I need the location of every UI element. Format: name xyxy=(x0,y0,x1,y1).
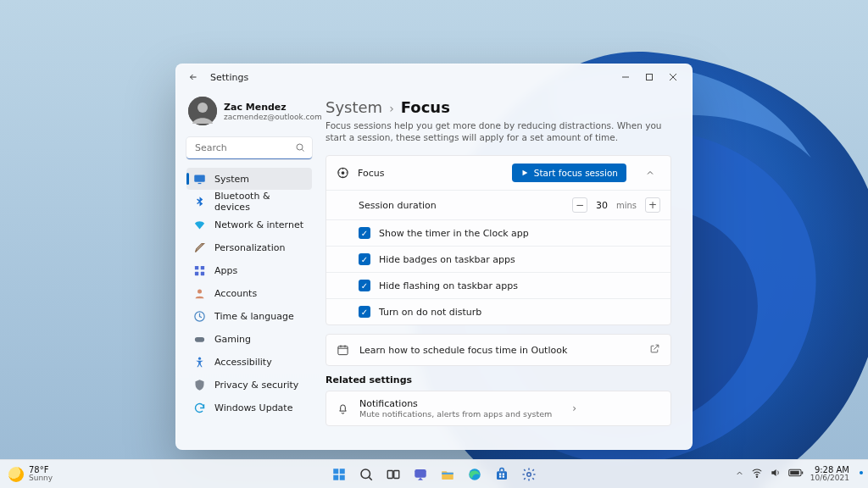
sidebar-item-gaming[interactable]: Gaming xyxy=(186,328,312,350)
task-view-button[interactable] xyxy=(381,463,405,486)
chevron-right-icon: › xyxy=(572,402,576,414)
outlook-link-label: Learn how to schedule focus time in Outl… xyxy=(359,345,567,356)
svg-rect-39 xyxy=(503,475,504,477)
search-input[interactable] xyxy=(186,137,312,159)
calendar-icon xyxy=(337,344,349,357)
taskbar-clock[interactable]: 9:28 AM 10/6/2021 xyxy=(810,466,849,483)
focus-icon xyxy=(337,167,349,180)
related-settings-heading: Related settings xyxy=(326,374,671,385)
start-focus-session-button[interactable]: Start focus session xyxy=(512,164,626,182)
chevron-right-icon: › xyxy=(389,102,394,115)
outlook-link-card[interactable]: Learn how to schedule focus time in Outl… xyxy=(326,334,671,366)
option-label: Turn on do not disturb xyxy=(379,307,481,318)
sidebar-item-accessibility[interactable]: Accessibility xyxy=(186,351,312,373)
window-minimize-button[interactable] xyxy=(614,68,637,86)
start-focus-session-label: Start focus session xyxy=(534,168,618,178)
svg-line-29 xyxy=(369,477,371,480)
svg-rect-1 xyxy=(647,75,653,80)
search-icon xyxy=(295,142,305,155)
weather-cond: Sunny xyxy=(29,474,53,482)
svg-rect-30 xyxy=(387,470,392,478)
sidebar-item-windows-update[interactable]: Windows Update xyxy=(186,396,312,419)
sidebar-item-system[interactable]: System xyxy=(186,168,312,190)
taskbar-app-store[interactable] xyxy=(490,463,514,486)
option-hide-flashing[interactable]: ✓ Hide flashing on taskbar apps xyxy=(326,272,670,298)
sidebar-item-label: Privacy & security xyxy=(214,380,298,391)
svg-rect-44 xyxy=(790,471,799,475)
titlebar: Settings xyxy=(176,64,692,90)
shield-icon xyxy=(193,379,206,391)
svg-point-41 xyxy=(756,476,757,477)
checkbox-checked-icon: ✓ xyxy=(359,227,370,239)
svg-rect-27 xyxy=(340,474,345,480)
option-label: Hide badges on taskbar apps xyxy=(379,254,515,265)
window-close-button[interactable] xyxy=(661,68,685,86)
sun-icon xyxy=(8,467,24,482)
svg-rect-12 xyxy=(195,271,198,274)
svg-rect-13 xyxy=(201,271,204,274)
duration-decrease-button[interactable]: − xyxy=(572,197,587,213)
option-hide-badges[interactable]: ✓ Hide badges on taskbar apps xyxy=(326,246,670,272)
focus-card: Focus Start focus session Session durati… xyxy=(326,155,671,325)
session-duration-row: Session duration − 30 mins + xyxy=(326,190,670,219)
notifications-card[interactable]: Notifications Mute notifications, alerts… xyxy=(326,391,671,426)
sidebar-item-bluetooth[interactable]: Bluetooth & devices xyxy=(186,191,312,213)
collapse-toggle[interactable] xyxy=(640,163,660,183)
volume-tray-icon xyxy=(770,467,782,481)
taskbar: 78°F Sunny xyxy=(0,459,868,488)
sidebar-item-accounts[interactable]: Accounts xyxy=(186,282,312,304)
sidebar-item-label: Personalization xyxy=(214,242,285,253)
taskbar-app-chat[interactable] xyxy=(409,463,432,486)
sidebar-item-label: System xyxy=(214,174,249,185)
breadcrumb-parent[interactable]: System xyxy=(326,98,382,116)
main-pane: System › Focus Focus sessions help you g… xyxy=(319,90,692,449)
svg-point-6 xyxy=(297,144,303,150)
svg-point-19 xyxy=(342,171,345,175)
notifications-subtitle: Mute notifications, alerts from apps and… xyxy=(359,409,552,419)
sidebar-item-label: Apps xyxy=(214,265,237,276)
sidebar-item-personalization[interactable]: Personalization xyxy=(186,236,312,258)
back-button[interactable] xyxy=(185,69,202,86)
chevron-up-icon xyxy=(735,469,744,480)
bell-icon xyxy=(337,402,349,415)
svg-rect-24 xyxy=(333,469,338,474)
option-label: Show the timer in the Clock app xyxy=(379,228,529,239)
system-tray[interactable] xyxy=(735,467,804,481)
svg-rect-33 xyxy=(442,472,453,474)
window-maximize-button[interactable] xyxy=(637,68,661,86)
sidebar-item-network[interactable]: Network & internet xyxy=(186,214,312,236)
taskbar-app-edge[interactable] xyxy=(463,463,487,486)
battery-tray-icon xyxy=(788,468,804,480)
sidebar-item-privacy[interactable]: Privacy & security xyxy=(186,374,312,396)
open-external-icon xyxy=(649,343,660,357)
page-title: Focus xyxy=(401,98,450,116)
taskbar-weather[interactable]: 78°F Sunny xyxy=(8,466,53,482)
option-do-not-disturb[interactable]: ✓ Turn on do not disturb xyxy=(326,298,670,324)
app-title: Settings xyxy=(210,72,248,83)
option-show-timer[interactable]: ✓ Show the timer in the Clock app xyxy=(326,219,670,246)
svg-rect-31 xyxy=(394,470,399,478)
apps-icon xyxy=(193,264,206,277)
notification-indicator-icon[interactable] xyxy=(860,471,863,474)
start-button[interactable] xyxy=(327,463,351,486)
duration-stepper: − 30 mins + xyxy=(572,197,660,213)
taskbar-app-settings[interactable] xyxy=(517,463,541,486)
user-profile[interactable]: Zac Mendez zacmendez@outlook.com xyxy=(186,93,312,132)
bluetooth-icon xyxy=(193,196,206,208)
duration-increase-button[interactable]: + xyxy=(645,197,660,213)
sidebar-item-time-language[interactable]: Time & language xyxy=(186,305,312,327)
wifi-tray-icon xyxy=(751,467,763,481)
taskbar-search-button[interactable] xyxy=(354,463,378,486)
svg-rect-25 xyxy=(340,469,345,474)
sidebar-item-apps[interactable]: Apps xyxy=(186,259,312,281)
person-icon xyxy=(193,287,206,300)
svg-line-7 xyxy=(302,149,303,151)
taskbar-app-explorer[interactable] xyxy=(436,463,459,486)
svg-rect-20 xyxy=(338,347,348,355)
notifications-title: Notifications xyxy=(359,398,552,409)
sidebar: Zac Mendez zacmendez@outlook.com System … xyxy=(176,90,319,449)
search-box xyxy=(186,137,312,159)
checkbox-checked-icon: ✓ xyxy=(359,306,370,318)
svg-rect-43 xyxy=(802,472,804,474)
taskbar-center xyxy=(327,463,541,486)
